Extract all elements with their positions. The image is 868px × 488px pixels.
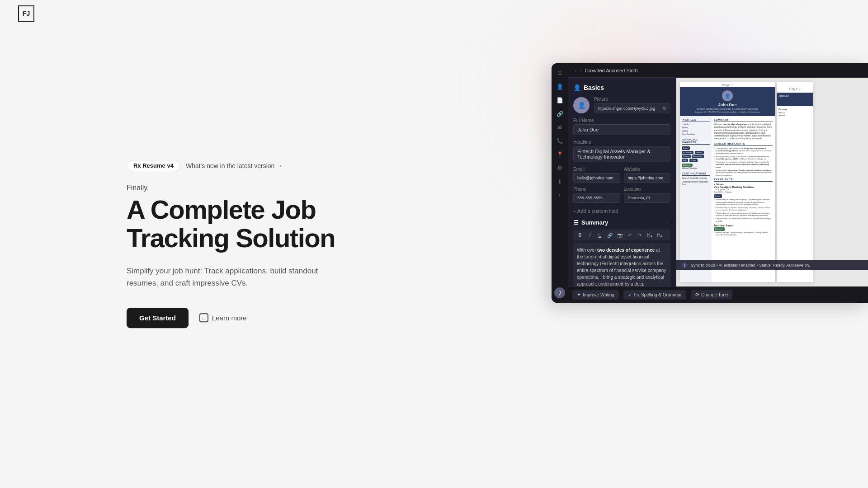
profile-linkedin: LinkedIn	[682, 123, 710, 126]
topbar-page-name: Crowded Accused Sloth	[585, 68, 638, 73]
sidebar-icon-link[interactable]: 🔗	[554, 108, 565, 119]
change-tone-button[interactable]: ⟳ Change Tone	[691, 290, 732, 300]
underline-button[interactable]: U	[596, 231, 604, 239]
sidebar-icon-phone[interactable]: 📞	[554, 136, 565, 146]
sidebar-icon-doc[interactable]: 📄	[554, 95, 565, 106]
exp-bullet-5: Midwest Savings Communicating Presentati…	[714, 231, 773, 236]
sidebar-icon-plus[interactable]: +	[554, 190, 565, 201]
redo-button[interactable]: ↷	[636, 231, 644, 239]
exp-level-2: Advanced	[714, 227, 773, 231]
summary-menu-icon[interactable]: ⋯	[665, 220, 670, 225]
highlight-2: Accomplished by driving a remarkable 1,3…	[714, 155, 773, 160]
location-input[interactable]: Sarasota, FL	[624, 193, 671, 203]
bold-button[interactable]: B	[576, 231, 584, 239]
profile-github: GitHub	[682, 130, 710, 133]
skill-midland: Midland Savings	[682, 167, 710, 170]
page-2-header: John Doe	[777, 93, 813, 106]
summary-bold-text: two decades of experience	[597, 248, 655, 253]
headline-label: Headline	[573, 140, 670, 145]
highlight-4: Instrumental in advancing Telcoin's stra…	[714, 169, 773, 177]
phone-input[interactable]: 555-555-5555	[573, 193, 620, 203]
page-2-current-heading: Current	[778, 108, 811, 111]
improve-writing-button[interactable]: ✦ Improve Writing	[572, 290, 619, 300]
picture-settings-icon: ⚙	[662, 106, 666, 111]
italic-button[interactable]: I	[586, 231, 594, 239]
phone-label: Phone	[573, 187, 620, 192]
exp-bullet-1: Key visionary in charting the company's …	[714, 198, 773, 206]
skill-crypto: Crypto	[689, 159, 698, 162]
logo-text: FJ	[23, 10, 30, 17]
more-button[interactable]: H₂	[656, 231, 664, 239]
exp-bullet-3: Played a key role in gaining authorizati…	[714, 212, 773, 217]
basics-section-title: 👤 Basics	[573, 84, 670, 91]
image-button[interactable]: 📷	[616, 231, 624, 239]
resume-right-col: Summary With over two decades of experie…	[712, 116, 775, 282]
hero-headline: A Complete Job Tracking Solution	[127, 196, 344, 252]
sidebar-icon-avatar[interactable]: J	[554, 287, 565, 298]
advanced-tag: Advanced	[682, 164, 693, 167]
logo: FJ	[18, 5, 34, 22]
picture-row: 👤 Picture https://i.imgur.com/HjwyOuJ.jp…	[573, 97, 670, 113]
location-label: Location	[624, 187, 671, 192]
header: FJ	[0, 0, 868, 27]
headline-input[interactable]: Fintech Digital Assets Manager & Technol…	[573, 146, 670, 162]
summary-text-before: With over	[577, 248, 597, 253]
full-name-input[interactable]: John Doe	[573, 124, 670, 135]
email-input[interactable]: hello@johndoe.com	[573, 173, 620, 183]
skill-tags-row: FX Markets Options Futures Stablecoins D…	[682, 150, 710, 162]
exp-item-2: Technical Expert Advanced Midwest Saving…	[714, 224, 773, 236]
resume-summary-heading: Summary	[714, 118, 773, 122]
skill-stablecoins: Stablecoins	[692, 155, 704, 158]
format-button[interactable]: H₁	[646, 231, 654, 239]
skill-level-advanced: Advanced	[682, 163, 710, 167]
link-button[interactable]: 🔗	[606, 231, 614, 239]
summary-icon: ☰	[573, 219, 579, 226]
expert-tag: Expert	[682, 146, 690, 150]
sidebar-icon-user[interactable]: 👤	[554, 81, 565, 92]
app-screenshot: ☰ 👤 📄 🔗 ✉ 📞 📍 ⚙ ℹ + J ⌂ / Crowded Accuse…	[552, 63, 868, 303]
undo-button[interactable]: ↶	[626, 231, 634, 239]
summary-title: ☰ Summary	[573, 219, 608, 226]
learn-more-button[interactable]: □ Learn more	[199, 313, 247, 322]
sidebar-icon-settings[interactable]: ⚙	[554, 163, 565, 174]
resume-body: Profiles LinkedIn Twitter GitHub StackOv…	[680, 116, 775, 282]
fix-spelling-icon: ✓	[628, 292, 632, 298]
skills-heading: Financial Markets	[682, 138, 710, 145]
learn-more-icon: □	[199, 313, 208, 322]
add-custom-field-button[interactable]: + Add a custom field	[573, 206, 670, 216]
form-panel: 👤 Basics 👤 Picture https://i.imgur.com/H…	[568, 78, 676, 286]
cert-finra: Financial Industry Regulatory Auth...	[682, 181, 710, 187]
website-input[interactable]: https://johndoe.com	[624, 173, 671, 183]
app-topbar: ⌂ / Crowded Accused Sloth	[568, 63, 868, 78]
summary-text-area[interactable]: With over two decades of experience at t…	[573, 243, 670, 286]
resume-name: John Doe	[684, 103, 771, 107]
profile-stackoverflow: StackOverflow	[682, 133, 710, 136]
finally-text: Finally,	[127, 184, 344, 192]
headline-group: Headline Fintech Digital Assets Manager …	[573, 140, 670, 162]
resume-page-1: Page 1 👤 John Doe Fintech Digital Assets…	[680, 82, 775, 282]
cert-series: Series 7, 66 and 3 Licenses	[682, 177, 710, 180]
exp-level-tag-2: Advanced	[714, 227, 725, 231]
sidebar-icon-mail[interactable]: ✉	[554, 122, 565, 133]
summary-section: ☰ Summary ⋯ B I U 🔗 📷 ↶ ↷ H₁	[573, 219, 670, 286]
skill-futures: Futures	[682, 155, 691, 158]
phone-group: Phone 555-555-5555	[573, 187, 620, 203]
page-2-content: Current Hiberna Material	[777, 106, 813, 119]
resume-page-2: Page 2 John Doe Current Hiberna Material	[777, 82, 813, 282]
sidebar-icon-info[interactable]: ℹ	[554, 176, 565, 187]
email-group: Email hello@johndoe.com	[573, 167, 620, 183]
picture-url-text[interactable]: https://i.imgur.com/HjwyOuJ.jpg	[598, 106, 662, 111]
picture-label: Picture	[594, 97, 670, 102]
exp-dates-1: Aug 2020 – Present	[714, 191, 773, 193]
sidebar-icon-location[interactable]: 📍	[554, 149, 565, 160]
skill-options: Options	[695, 151, 704, 155]
fix-spelling-button[interactable]: ✓ Fix Spelling & Grammar	[623, 290, 686, 300]
topbar-separator: /	[580, 68, 581, 73]
profile-twitter: Twitter	[682, 127, 710, 129]
whats-new-link[interactable]: What's new in the latest version →	[186, 162, 283, 169]
full-name-label: Full Name	[573, 118, 670, 123]
app-content: 👤 Basics 👤 Picture https://i.imgur.com/H…	[568, 78, 868, 286]
app-notification: ℹ Sync to cloud • AI assistant enabled •…	[676, 260, 868, 270]
get-started-button[interactable]: Get Started	[127, 308, 189, 328]
sidebar-icon-menu[interactable]: ☰	[554, 68, 565, 79]
